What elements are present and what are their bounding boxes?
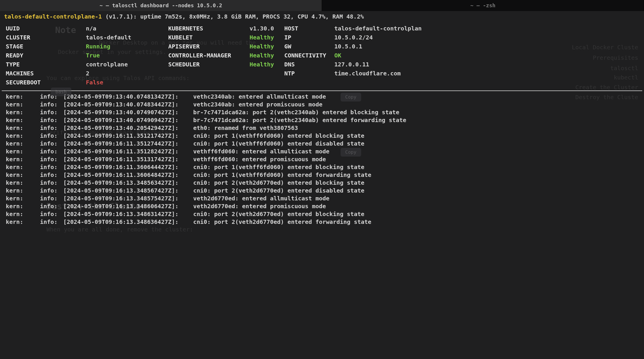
info-label: HOST <box>284 25 326 32</box>
info-label: NTP <box>284 70 326 77</box>
log-lvl: info: <box>40 187 63 195</box>
log-line: kern:info:[2024-05-09T09:16:13.348575427… <box>6 195 638 202</box>
log-fac: kern: <box>6 187 40 195</box>
log-msg: cni0: port 2(veth2d6770ed) entered block… <box>193 210 638 218</box>
section-divider <box>2 90 642 91</box>
log-ts: [2024-05-09T09:16:13.348636427Z]: <box>63 218 193 226</box>
info-label: KUBELET <box>168 34 241 41</box>
info-label: SECUREBOOT <box>6 79 78 86</box>
log-lvl: info: <box>40 93 63 101</box>
log-msg: vethff6fd060: entered allmulticast mode <box>193 148 638 155</box>
info-value: 10.5.0.1 <box>334 43 422 50</box>
log-line: kern:info:[2024-05-09T09:16:13.348636427… <box>6 218 638 226</box>
info-label: IP <box>284 34 326 41</box>
log-fac: kern: <box>6 163 40 171</box>
ghost-when-done: When you are all done, remove the cluste… <box>46 226 193 233</box>
info-value: True <box>86 52 168 59</box>
info-group-k8s: KUBERNETESv1.30.0KUBELETHealthyAPISERVER… <box>168 25 284 86</box>
info-label: MACHINES <box>6 70 78 77</box>
log-fac: kern: <box>6 195 40 202</box>
dashboard-info: UUIDn/aCLUSTERtalos-defaultSTAGERunningR… <box>0 22 644 89</box>
log-line: kern:info:[2024-05-09T09:16:13.348563427… <box>6 179 638 187</box>
log-lvl: info: <box>40 108 63 116</box>
log-line: kern:info:[2024-05-09T09:13:40.074909427… <box>6 116 638 124</box>
info-value: Healthy <box>249 61 284 68</box>
log-ts: [2024-05-09T09:13:40.074909427Z]: <box>63 116 193 124</box>
log-msg: br-7c7471dca62a: port 2(vethc2340ab) ent… <box>193 116 638 124</box>
log-msg: vethff6fd060: entered promiscuous mode <box>193 155 638 163</box>
log-lvl: info: <box>40 140 63 148</box>
log-lvl: info: <box>40 171 63 179</box>
log-lvl: info: <box>40 195 63 202</box>
log-ts: [2024-05-09T09:13:40.074813427Z]: <box>63 93 193 101</box>
log-line: kern:info:[2024-05-09T09:16:13.348567427… <box>6 187 638 195</box>
log-msg: vethc2340ab: entered promiscuous mode <box>193 101 638 108</box>
log-ts: [2024-05-09T09:13:40.074834427Z]: <box>63 101 193 108</box>
info-value: controlplane <box>86 61 168 68</box>
log-lvl: info: <box>40 124 63 132</box>
log-msg: cni0: port 1(vethff6fd060) entered block… <box>193 132 638 140</box>
info-label: APISERVER <box>168 43 241 50</box>
info-label: TYPE <box>6 61 78 68</box>
node-summary: (v1.7.1): uptime 7m52s, 8x0MHz, 3.8 GiB … <box>102 13 364 20</box>
log-line: kern:info:[2024-05-09T09:13:40.074834427… <box>6 101 638 108</box>
info-value: talos-default-controlplan <box>334 25 422 32</box>
info-value: v1.30.0 <box>249 25 284 32</box>
info-label: CONNECTIVITY <box>284 52 326 59</box>
info-label: SCHEDULER <box>168 61 241 68</box>
info-value: 2 <box>86 70 168 77</box>
log-ts: [2024-05-09T09:16:11.360648427Z]: <box>63 171 193 179</box>
log-fac: kern: <box>6 108 40 116</box>
log-msg: cni0: port 2(veth2d6770ed) entered block… <box>193 179 638 187</box>
log-msg: veth2d6770ed: entered allmulticast mode <box>193 195 638 202</box>
log-line: kern:info:[2024-05-09T09:13:40.074813427… <box>6 93 638 101</box>
info-group-node: UUIDn/aCLUSTERtalos-defaultSTAGERunningR… <box>6 25 168 86</box>
log-lvl: info: <box>40 148 63 155</box>
log-ts: [2024-05-09T09:16:11.351217427Z]: <box>63 132 193 140</box>
log-fac: kern: <box>6 179 40 187</box>
dashboard-header: talos-default-controlplane-1 (v1.7.1): u… <box>0 11 644 22</box>
log-fac: kern: <box>6 116 40 124</box>
info-label: KUBERNETES <box>168 25 241 32</box>
info-value: talos-default <box>86 34 168 41</box>
log-lvl: info: <box>40 101 63 108</box>
log-fac: kern: <box>6 101 40 108</box>
info-label: UUID <box>6 25 78 32</box>
log-line: kern:info:[2024-05-09T09:16:11.351274427… <box>6 140 638 148</box>
log-msg: vethc2340ab: entered allmulticast mode <box>193 93 638 101</box>
log-msg: cni0: port 1(vethff6fd060) entered forwa… <box>193 171 638 179</box>
info-value: 10.5.0.2/24 <box>334 34 422 41</box>
info-label: GW <box>284 43 326 50</box>
info-value: time.cloudflare.com <box>334 70 422 77</box>
log-msg: veth2d6770ed: entered promiscuous mode <box>193 202 638 210</box>
info-value: n/a <box>86 25 168 32</box>
info-label: DNS <box>284 61 326 68</box>
node-name: talos-default-controlplane-1 <box>4 13 102 20</box>
log-msg: cni0: port 2(veth2d6770ed) entered forwa… <box>193 218 638 226</box>
tab-zsh[interactable]: ~ — -zsh <box>322 0 644 11</box>
log-fac: kern: <box>6 124 40 132</box>
info-value: OK <box>334 52 422 59</box>
log-lvl: info: <box>40 218 63 226</box>
log-lvl: info: <box>40 155 63 163</box>
info-group-network: HOSTtalos-default-controlplanIP10.5.0.2/… <box>284 25 422 86</box>
terminal-tabbar: ~ — talosctl dashboard --nodes 10.5.0.2 … <box>0 0 644 11</box>
log-lvl: info: <box>40 179 63 187</box>
log-line: kern:info:[2024-05-09T09:13:40.205429427… <box>6 124 638 132</box>
log-lvl: info: <box>40 116 63 124</box>
kernel-log[interactable]: kern:info:[2024-05-09T09:13:40.074813427… <box>0 92 644 226</box>
info-value: 127.0.0.11 <box>334 61 422 68</box>
log-lvl: info: <box>40 210 63 218</box>
log-line: kern:info:[2024-05-09T09:16:11.351317427… <box>6 155 638 163</box>
log-msg: cni0: port 1(vethff6fd060) entered disab… <box>193 140 638 148</box>
log-lvl: info: <box>40 163 63 171</box>
tab-talosctl-dashboard[interactable]: ~ — talosctl dashboard --nodes 10.5.0.2 <box>0 0 322 11</box>
log-ts: [2024-05-09T09:13:40.074907427Z]: <box>63 108 193 116</box>
log-line: kern:info:[2024-05-09T09:16:11.351282427… <box>6 148 638 155</box>
log-ts: [2024-05-09T09:16:13.348631427Z]: <box>63 210 193 218</box>
log-msg: br-7c7471dca62a: port 2(vethc2340ab) ent… <box>193 108 638 116</box>
log-ts: [2024-05-09T09:16:13.348606427Z]: <box>63 202 193 210</box>
log-line: kern:info:[2024-05-09T09:16:13.348606427… <box>6 202 638 210</box>
log-fac: kern: <box>6 210 40 218</box>
log-ts: [2024-05-09T09:16:13.348567427Z]: <box>63 187 193 195</box>
